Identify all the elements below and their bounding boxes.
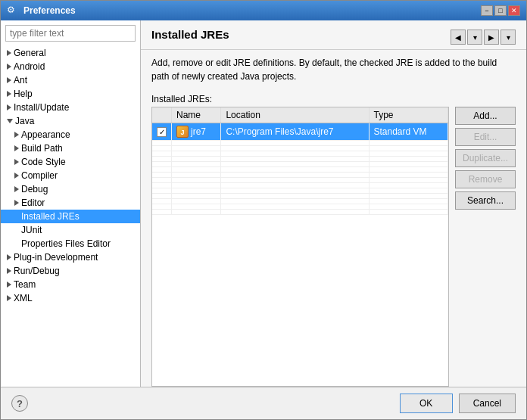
arrow-icon bbox=[7, 268, 11, 274]
sidebar-item-label: Install/Update bbox=[14, 102, 69, 113]
sidebar-item-properties-files-editor[interactable]: Properties Files Editor bbox=[1, 237, 140, 250]
filter-input[interactable] bbox=[5, 25, 136, 42]
arrow-icon bbox=[14, 200, 19, 206]
arrow-icon bbox=[14, 145, 19, 151]
add-button[interactable]: Add... bbox=[455, 107, 516, 125]
col-header-location[interactable]: Location bbox=[221, 107, 369, 123]
sidebar-item-editor[interactable]: Editor bbox=[1, 196, 140, 210]
ok-button[interactable]: OK bbox=[400, 394, 453, 413]
jre-table-wrapper: Name Location Type ✓ bbox=[151, 107, 449, 387]
sidebar-item-team[interactable]: Team bbox=[1, 278, 140, 291]
sidebar-item-label: Run/Debug bbox=[14, 266, 60, 276]
forward-dropdown-button[interactable]: ▾ bbox=[467, 30, 482, 45]
arrow-icon bbox=[14, 159, 19, 165]
edit-button[interactable]: Edit... bbox=[455, 128, 516, 146]
remove-button[interactable]: Remove bbox=[455, 170, 516, 188]
table-row-empty bbox=[152, 141, 448, 146]
titlebar-left: ⚙ Preferences bbox=[7, 5, 76, 17]
maximize-button[interactable]: □ bbox=[494, 5, 507, 16]
titlebar: ⚙ Preferences − □ ✕ bbox=[1, 1, 526, 20]
sidebar-item-label: Android bbox=[14, 61, 45, 72]
jre-table-section: Name Location Type ✓ bbox=[141, 107, 526, 387]
back-button[interactable]: ◀ bbox=[451, 30, 466, 45]
bottom-bar: ? OK Cancel bbox=[1, 387, 526, 419]
arrow-icon bbox=[14, 132, 19, 138]
arrow-icon bbox=[7, 64, 11, 70]
page-title: Installed JREs bbox=[151, 28, 229, 41]
arrow-icon bbox=[7, 91, 11, 97]
sidebar-item-installed-jres[interactable]: Installed JREs bbox=[1, 210, 140, 223]
minimize-button[interactable]: − bbox=[481, 5, 493, 16]
col-header-check bbox=[152, 107, 172, 123]
description-text: Add, remove or edit JRE definitions. By … bbox=[141, 50, 526, 89]
sidebar-item-label: Code Style bbox=[21, 157, 66, 167]
table-row-empty bbox=[152, 204, 448, 210]
bottom-buttons: OK Cancel bbox=[400, 394, 516, 413]
jre-checkbox[interactable]: ✓ bbox=[157, 127, 167, 137]
sidebar-item-help[interactable]: Help bbox=[1, 87, 140, 101]
forward2-dropdown-button[interactable]: ▾ bbox=[500, 30, 516, 45]
arrow-icon bbox=[7, 254, 11, 260]
table-row-empty bbox=[152, 188, 448, 194]
main-header: Installed JREs ◀ ▾ ▶ ▾ bbox=[141, 20, 526, 50]
row-checkbox-cell: ✓ bbox=[152, 123, 172, 141]
sidebar-item-label: Help bbox=[14, 89, 33, 99]
sidebar-item-plugin-development[interactable]: Plug-in Development bbox=[1, 250, 140, 264]
sidebar-item-label: Properties Files Editor bbox=[21, 238, 111, 249]
sidebar-item-appearance[interactable]: Appearance bbox=[1, 128, 140, 142]
sidebar-item-run-debug[interactable]: Run/Debug bbox=[1, 264, 140, 278]
sidebar-item-xml[interactable]: XML bbox=[1, 291, 140, 305]
sidebar-item-label: Team bbox=[14, 279, 36, 290]
help-button[interactable]: ? bbox=[11, 395, 28, 412]
sidebar-item-ant[interactable]: Ant bbox=[1, 73, 140, 87]
table-row-empty bbox=[152, 199, 448, 204]
sidebar-item-label: XML bbox=[14, 293, 33, 303]
sidebar-item-code-style[interactable]: Code Style bbox=[1, 155, 140, 169]
sidebar-item-java[interactable]: Java bbox=[1, 114, 140, 128]
arrow-icon bbox=[7, 104, 11, 110]
sidebar-item-general[interactable]: General bbox=[1, 46, 140, 60]
content-area: General Android Ant Help bbox=[1, 20, 526, 387]
window-title: Preferences bbox=[23, 5, 76, 16]
action-buttons: Add... Edit... Duplicate... Remove Searc… bbox=[455, 107, 516, 387]
duplicate-button[interactable]: Duplicate... bbox=[455, 149, 516, 167]
arrow-icon bbox=[7, 119, 13, 123]
sidebar-item-label: Installed JREs bbox=[21, 211, 80, 222]
table-row-empty bbox=[152, 210, 448, 215]
sidebar-item-label: Plug-in Development bbox=[14, 252, 98, 263]
col-header-type[interactable]: Type bbox=[369, 107, 448, 123]
jre-table: Name Location Type ✓ bbox=[152, 107, 448, 215]
arrow-icon bbox=[14, 186, 19, 192]
sidebar-item-label: JUnit bbox=[21, 225, 42, 235]
row-location-cell: C:\Program Files\Java\jre7 bbox=[221, 123, 369, 141]
close-button[interactable]: ✕ bbox=[508, 5, 520, 16]
col-header-name[interactable]: Name bbox=[172, 107, 221, 123]
sidebar-item-build-path[interactable]: Build Path bbox=[1, 142, 140, 155]
jre-icon: J bbox=[176, 126, 189, 138]
arrow-icon bbox=[14, 173, 19, 179]
forward-button[interactable]: ▶ bbox=[484, 30, 499, 45]
arrow-icon bbox=[7, 295, 11, 301]
cancel-button[interactable]: Cancel bbox=[459, 394, 516, 413]
table-row-empty bbox=[152, 162, 448, 167]
sidebar-item-label: Compiler bbox=[21, 170, 58, 181]
sidebar-item-junit[interactable]: JUnit bbox=[1, 223, 140, 237]
sidebar-item-debug[interactable]: Debug bbox=[1, 182, 140, 196]
sidebar-item-compiler[interactable]: Compiler bbox=[1, 169, 140, 182]
arrow-icon bbox=[7, 50, 11, 56]
sidebar-item-install-update[interactable]: Install/Update bbox=[1, 101, 140, 114]
row-type-cell: Standard VM bbox=[369, 123, 448, 141]
sidebar-item-label: General bbox=[14, 48, 46, 58]
table-row-empty bbox=[152, 146, 448, 151]
table-row-empty bbox=[152, 157, 448, 162]
sidebar: General Android Ant Help bbox=[1, 20, 141, 387]
sidebar-item-label: Ant bbox=[14, 75, 27, 86]
sidebar-item-android[interactable]: Android bbox=[1, 60, 140, 73]
search-button[interactable]: Search... bbox=[455, 191, 516, 210]
sidebar-item-label: Debug bbox=[21, 184, 48, 194]
row-name-cell: J jre7 bbox=[172, 123, 221, 141]
table-row[interactable]: ✓ J jre7 C:\Program Files\Java\jre7 Sta bbox=[152, 123, 448, 141]
window-icon: ⚙ bbox=[7, 5, 19, 17]
main-panel: Installed JREs ◀ ▾ ▶ ▾ Add, remove or ed… bbox=[141, 20, 526, 387]
tree: General Android Ant Help bbox=[1, 46, 140, 387]
